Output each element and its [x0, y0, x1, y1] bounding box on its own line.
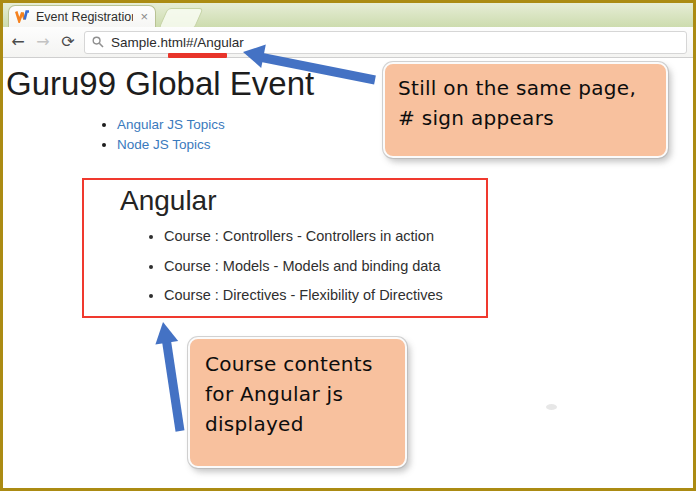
annotation-line: displayed — [205, 409, 390, 439]
url-highlight-underline — [168, 53, 227, 58]
tab-title: Event Registration — [36, 10, 133, 24]
tab-event-registration[interactable]: Event Registration × — [8, 5, 156, 27]
back-button[interactable]: ← — [9, 34, 27, 50]
course-item: Course : Models - Models and binding dat… — [164, 258, 486, 275]
new-tab-button[interactable] — [158, 8, 203, 29]
list-item: Angular JS Topics — [117, 115, 225, 135]
search-icon — [92, 36, 104, 48]
course-item: Course : Directives - Flexibility of Dir… — [164, 287, 486, 304]
courses-list: Course : Controllers - Controllers in ac… — [84, 228, 486, 304]
course-item: Course : Controllers - Controllers in ac… — [164, 228, 486, 245]
link-node-js-topics[interactable]: Node JS Topics — [117, 137, 211, 152]
annotation-line: for Angular js — [205, 379, 390, 409]
topics-list: Angular JS Topics Node JS Topics — [3, 115, 225, 155]
forward-button[interactable]: → — [34, 34, 52, 50]
annotation-callout-bottom: Course contents for Angular js displayed — [188, 337, 407, 468]
url-text: Sample.html#/Angular — [111, 35, 244, 50]
list-item: Node JS Topics — [117, 135, 225, 155]
link-angular-js-topics[interactable]: Angular JS Topics — [117, 117, 225, 132]
tab-strip: Event Registration × — [3, 3, 693, 27]
annotation-line: Course contents — [205, 349, 390, 379]
annotation-line: # sign appears — [398, 103, 653, 133]
browser-window: Event Registration × ← → ⟳ Sample.html#/… — [0, 0, 696, 491]
browser-toolbar: ← → ⟳ Sample.html#/Angular — [3, 27, 693, 58]
angular-section-highlight-box: Angular Course : Controllers - Controlle… — [82, 178, 488, 318]
tab-close-icon[interactable]: × — [139, 10, 149, 23]
refresh-button[interactable]: ⟳ — [59, 34, 77, 50]
annotation-callout-top: Still on the same page, # sign appears — [383, 62, 668, 158]
annotation-line: Still on the same page, — [398, 73, 653, 103]
angular-section-heading: Angular — [120, 185, 486, 217]
guru99-favicon-icon — [15, 10, 30, 23]
screen-artifact — [546, 404, 557, 410]
address-bar[interactable]: Sample.html#/Angular — [84, 31, 687, 54]
page-title: Guru99 Global Event — [6, 65, 314, 103]
